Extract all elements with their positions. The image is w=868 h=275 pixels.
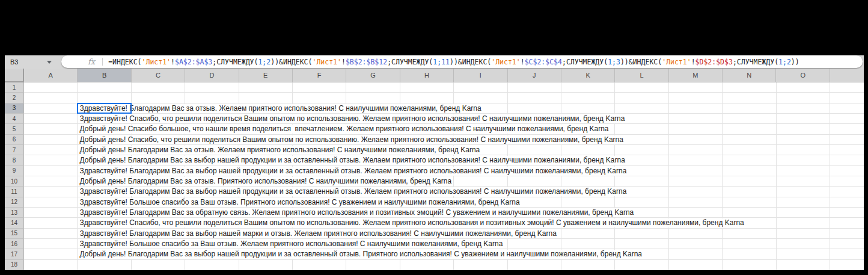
column-header-H[interactable]: H [400, 69, 454, 82]
row-header-4[interactable]: 4 [5, 114, 24, 124]
cell-text: Здравствуйте! Благодарим Вас за выбор на… [79, 167, 628, 176]
column-header-I[interactable]: I [454, 69, 507, 82]
row-header-15[interactable]: 15 [5, 229, 24, 239]
table-row-17[interactable]: Добрый день! Благодарим Вас за выбор наш… [24, 249, 864, 259]
table-row-3[interactable]: Здравствуйте! Благодарим Вас за отзыв. Ж… [24, 104, 864, 114]
row-headers: 123456789101112131415161718 [5, 82, 24, 270]
name-box[interactable]: B3 [5, 55, 58, 69]
column-header-overflow[interactable] [830, 69, 864, 82]
row-header-12[interactable]: 12 [5, 197, 24, 208]
row-header-8[interactable]: 8 [5, 155, 24, 165]
row-header-3[interactable]: 3 [5, 104, 24, 114]
formula-token: 1;3 [608, 58, 620, 66]
column-header-N[interactable]: N [723, 69, 776, 82]
row-header-7[interactable]: 7 [5, 145, 24, 155]
column-header-A[interactable]: A [24, 69, 78, 82]
formula-token: 1;2 [778, 58, 791, 66]
cell-text: Добрый день! Спасибо, что решили поделит… [79, 135, 625, 144]
column-header-J[interactable]: J [508, 69, 561, 82]
formula-token: $A$2:$A$3 [175, 58, 212, 66]
row-header-13[interactable]: 13 [5, 208, 24, 218]
cell-text: Здравствуйте! Благодарим Вас за выбор на… [79, 187, 628, 196]
table-row-6[interactable]: Добрый день! Спасибо, что решили поделит… [24, 135, 864, 145]
column-header-L[interactable]: L [615, 69, 668, 82]
cell-text: Добрый день! Благодарим Вас за выбор наш… [79, 250, 644, 259]
formula-token: ;СЛУЧМЕЖДУ( [733, 58, 778, 66]
formula-token: $B$2:$B$12 [346, 58, 387, 66]
table-row-12[interactable]: Здравствуйте! Большое спасибо за Ваш отз… [24, 197, 864, 208]
table-row-1[interactable] [24, 82, 864, 93]
cell-grid[interactable]: Здравствуйте! Благодарим Вас за отзыв. Ж… [24, 82, 864, 270]
row-header-2[interactable]: 2 [5, 93, 24, 103]
table-row-10[interactable]: Добрый день! Благодарим Вас за отзыв. Пр… [24, 176, 864, 187]
formula-token: )) [791, 58, 799, 66]
row-header-14[interactable]: 14 [5, 218, 24, 228]
column-header-D[interactable]: D [185, 69, 239, 82]
column-header-G[interactable]: G [346, 69, 400, 82]
row-header-16[interactable]: 16 [5, 239, 24, 249]
cell-text: Здравствуйте! Благодарим Вас за выбор на… [79, 229, 558, 238]
formula-token: ;СЛУЧМЕЖДУ( [212, 58, 258, 66]
table-row-7[interactable]: Добрый день! Благодарим Вас за отзыв. Же… [24, 145, 864, 155]
row-header-6[interactable]: 6 [5, 135, 24, 145]
table-row-9[interactable]: Здравствуйте! Благодарим Вас за выбор на… [24, 166, 864, 176]
select-all-corner[interactable] [5, 69, 24, 82]
formula-token: ! [691, 58, 695, 66]
table-row-5[interactable]: Добрый день! Спасибо большое, что нашли … [24, 124, 864, 134]
formula-token: ))&ИНДЕКС( [270, 58, 312, 66]
column-header-C[interactable]: C [132, 69, 185, 82]
formula-token: ;СЛУЧМЕЖДУ( [562, 58, 608, 66]
column-headers: ABCDEFGHIJKLMNO [5, 69, 864, 82]
selection-border [77, 103, 131, 114]
table-row-8[interactable]: Добрый день! Благодарим Вас за выбор наш… [24, 155, 864, 165]
screen: { "name_box": { "value": "B3" }, "formul… [0, 0, 868, 275]
formula-token: ! [521, 58, 525, 66]
row-header-18[interactable]: 18 [5, 260, 24, 270]
cell-text: Здравствуйте! Спасибо, что решили подели… [79, 114, 626, 123]
formula-token: ))&ИНДЕКС( [620, 58, 662, 66]
table-row-2[interactable] [24, 93, 864, 103]
table-row-18[interactable] [24, 260, 864, 270]
formula-bar-pill: fx =ИНДЕКС('Лист1'!$A$2:$A$3;СЛУЧМЕЖДУ(1… [61, 55, 863, 68]
formula-input[interactable]: =ИНДЕКС('Лист1'!$A$2:$A$3;СЛУЧМЕЖДУ(1;2)… [108, 58, 863, 66]
table-row-16[interactable]: Здравствуйте! Большое спасибо за Ваш отз… [24, 239, 864, 249]
table-row-14[interactable]: Здравствуйте! Спасибо, что решили подели… [24, 218, 864, 228]
row-header-17[interactable]: 17 [5, 249, 24, 259]
cell-text: Здравствуйте! Благодарим Вас за отзыв. Ж… [79, 104, 483, 113]
chevron-down-icon[interactable] [47, 61, 52, 64]
cell-text: Здравствуйте! Большое спасибо за Ваш отз… [79, 198, 521, 207]
formula-token: 'Лист1' [491, 58, 520, 66]
cell-text: Добрый день! Благодарим Вас за выбор наш… [79, 156, 626, 165]
column-header-F[interactable]: F [293, 69, 346, 82]
cell-text: Здравствуйте! Большое спасибо за Ваш отз… [79, 239, 504, 249]
fx-icon: fx [88, 57, 95, 66]
row-header-5[interactable]: 5 [5, 124, 24, 134]
formula-token: =ИНДЕКС( [108, 58, 141, 66]
row-header-9[interactable]: 9 [5, 166, 24, 176]
formula-bar-divider [102, 58, 103, 66]
formula-token: ))&ИНДЕКС( [450, 58, 491, 66]
row-header-1[interactable]: 1 [5, 82, 24, 93]
table-row-15[interactable]: Здравствуйте! Благодарим Вас за выбор на… [24, 229, 864, 239]
formula-bar: B3 fx =ИНДЕКС('Лист1'!$A$2:$A$3;СЛУЧМЕЖД… [5, 55, 864, 69]
formula-token: ! [341, 58, 346, 66]
column-header-O[interactable]: O [776, 69, 830, 82]
table-row-11[interactable]: Здравствуйте! Благодарим Вас за выбор на… [24, 187, 864, 197]
formula-token: ! [171, 58, 175, 66]
row-header-10[interactable]: 10 [5, 176, 24, 187]
column-header-B[interactable]: B [78, 69, 131, 82]
column-header-E[interactable]: E [239, 69, 293, 82]
cell-text: Здравствуйте! Благодарим Вас за обратную… [79, 208, 635, 217]
table-row-4[interactable]: Здравствуйте! Спасибо, что решили подели… [24, 114, 864, 124]
formula-token: 'Лист1' [662, 58, 691, 66]
formula-token: 1;2 [258, 58, 270, 66]
table-row-13[interactable]: Здравствуйте! Благодарим Вас за обратную… [24, 208, 864, 218]
formula-token: ;СЛУЧМЕЖДУ( [387, 58, 433, 66]
row-header-11[interactable]: 11 [5, 187, 24, 197]
column-header-K[interactable]: K [561, 69, 615, 82]
column-header-M[interactable]: M [669, 69, 723, 82]
cell-text: Здравствуйте! Спасибо, что решили подели… [79, 218, 745, 227]
spreadsheet: B3 fx =ИНДЕКС('Лист1'!$A$2:$A$3;СЛУЧМЕЖД… [5, 55, 864, 270]
cell-text: Добрый день! Благодарим Вас за отзыв. Пр… [79, 177, 453, 186]
cell-text: Добрый день! Спасибо большое, что нашли … [79, 125, 610, 134]
